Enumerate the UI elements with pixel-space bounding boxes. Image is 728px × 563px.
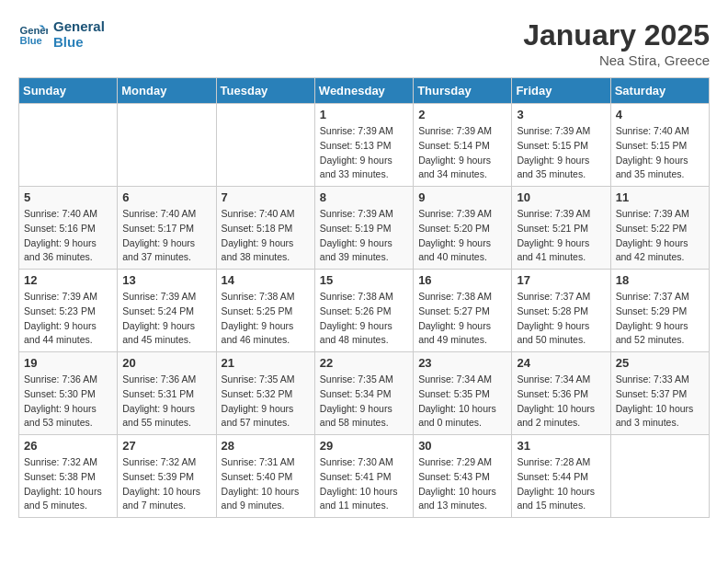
calendar-cell: 10Sunrise: 7:39 AMSunset: 5:21 PMDayligh… bbox=[512, 187, 610, 270]
day-number: 10 bbox=[517, 190, 605, 204]
day-number: 25 bbox=[616, 356, 704, 370]
day-number: 28 bbox=[222, 439, 310, 453]
day-number: 6 bbox=[122, 190, 210, 204]
day-info: Sunrise: 7:40 AMSunset: 5:17 PMDaylight:… bbox=[122, 207, 210, 265]
day-info: Sunrise: 7:39 AMSunset: 5:15 PMDaylight:… bbox=[517, 124, 605, 182]
day-info: Sunrise: 7:32 AMSunset: 5:39 PMDaylight:… bbox=[122, 455, 210, 513]
calendar-cell: 11Sunrise: 7:39 AMSunset: 5:22 PMDayligh… bbox=[610, 187, 709, 270]
day-info: Sunrise: 7:40 AMSunset: 5:15 PMDaylight:… bbox=[616, 124, 704, 182]
logo-line2: Blue bbox=[53, 34, 105, 50]
day-info: Sunrise: 7:40 AMSunset: 5:16 PMDaylight:… bbox=[24, 207, 112, 265]
calendar-cell: 5Sunrise: 7:40 AMSunset: 5:16 PMDaylight… bbox=[19, 187, 118, 270]
calendar-cell: 22Sunrise: 7:35 AMSunset: 5:34 PMDayligh… bbox=[314, 352, 413, 435]
day-info: Sunrise: 7:35 AMSunset: 5:32 PMDaylight:… bbox=[222, 373, 310, 431]
day-number: 7 bbox=[222, 190, 310, 204]
day-info: Sunrise: 7:39 AMSunset: 5:23 PMDaylight:… bbox=[24, 290, 112, 348]
col-header-tuesday: Tuesday bbox=[216, 78, 314, 104]
calendar-cell: 25Sunrise: 7:33 AMSunset: 5:37 PMDayligh… bbox=[610, 352, 709, 435]
day-number: 12 bbox=[24, 273, 112, 287]
calendar-cell: 18Sunrise: 7:37 AMSunset: 5:29 PMDayligh… bbox=[610, 270, 709, 352]
day-number: 31 bbox=[517, 439, 605, 453]
day-number: 29 bbox=[320, 439, 408, 453]
calendar-cell: 13Sunrise: 7:39 AMSunset: 5:24 PMDayligh… bbox=[118, 270, 216, 352]
day-number: 21 bbox=[222, 356, 310, 370]
day-info: Sunrise: 7:39 AMSunset: 5:20 PMDaylight:… bbox=[418, 207, 506, 265]
col-header-thursday: Thursday bbox=[414, 78, 512, 104]
calendar-cell: 28Sunrise: 7:31 AMSunset: 5:40 PMDayligh… bbox=[216, 435, 314, 518]
day-info: Sunrise: 7:32 AMSunset: 5:38 PMDaylight:… bbox=[24, 455, 112, 513]
day-number: 9 bbox=[418, 190, 506, 204]
day-number: 27 bbox=[122, 439, 210, 453]
logo: General Blue General Blue bbox=[18, 18, 105, 50]
day-number: 19 bbox=[24, 356, 112, 370]
day-info: Sunrise: 7:36 AMSunset: 5:30 PMDaylight:… bbox=[24, 373, 112, 431]
day-number: 8 bbox=[320, 190, 408, 204]
day-info: Sunrise: 7:37 AMSunset: 5:29 PMDaylight:… bbox=[616, 290, 704, 348]
calendar-cell bbox=[19, 104, 118, 187]
day-number: 3 bbox=[517, 108, 605, 121]
day-info: Sunrise: 7:38 AMSunset: 5:25 PMDaylight:… bbox=[222, 290, 310, 348]
calendar-cell: 3Sunrise: 7:39 AMSunset: 5:15 PMDaylight… bbox=[512, 104, 610, 187]
day-number: 23 bbox=[418, 356, 506, 370]
day-info: Sunrise: 7:33 AMSunset: 5:37 PMDaylight:… bbox=[616, 373, 704, 431]
day-number: 5 bbox=[24, 190, 112, 204]
header: General Blue General Blue January 2025 N… bbox=[18, 18, 710, 68]
day-number: 16 bbox=[418, 273, 506, 287]
calendar-cell: 24Sunrise: 7:34 AMSunset: 5:36 PMDayligh… bbox=[512, 352, 610, 435]
calendar-cell: 29Sunrise: 7:30 AMSunset: 5:41 PMDayligh… bbox=[314, 435, 413, 518]
day-number: 24 bbox=[517, 356, 605, 370]
title-area: January 2025 Nea Stira, Greece bbox=[523, 18, 710, 68]
day-number: 30 bbox=[418, 439, 506, 453]
calendar-cell: 1Sunrise: 7:39 AMSunset: 5:13 PMDaylight… bbox=[314, 104, 413, 187]
calendar-cell: 9Sunrise: 7:39 AMSunset: 5:20 PMDaylight… bbox=[414, 187, 512, 270]
col-header-monday: Monday bbox=[118, 78, 216, 104]
calendar-cell: 23Sunrise: 7:34 AMSunset: 5:35 PMDayligh… bbox=[414, 352, 512, 435]
calendar-header-row: SundayMondayTuesdayWednesdayThursdayFrid… bbox=[19, 78, 710, 104]
calendar-cell: 7Sunrise: 7:40 AMSunset: 5:18 PMDaylight… bbox=[216, 187, 314, 270]
week-row-3: 12Sunrise: 7:39 AMSunset: 5:23 PMDayligh… bbox=[19, 270, 710, 352]
week-row-1: 1Sunrise: 7:39 AMSunset: 5:13 PMDaylight… bbox=[19, 104, 710, 187]
day-info: Sunrise: 7:39 AMSunset: 5:19 PMDaylight:… bbox=[320, 207, 408, 265]
calendar-cell: 4Sunrise: 7:40 AMSunset: 5:15 PMDaylight… bbox=[610, 104, 709, 187]
col-header-friday: Friday bbox=[512, 78, 610, 104]
day-number: 13 bbox=[122, 273, 210, 287]
day-number: 4 bbox=[616, 108, 704, 121]
calendar-cell: 2Sunrise: 7:39 AMSunset: 5:14 PMDaylight… bbox=[414, 104, 512, 187]
logo-line1: General bbox=[53, 18, 105, 34]
calendar-cell: 6Sunrise: 7:40 AMSunset: 5:17 PMDaylight… bbox=[118, 187, 216, 270]
calendar-cell bbox=[118, 104, 216, 187]
day-info: Sunrise: 7:39 AMSunset: 5:13 PMDaylight:… bbox=[320, 124, 408, 182]
main-title: January 2025 bbox=[523, 18, 710, 52]
day-info: Sunrise: 7:39 AMSunset: 5:21 PMDaylight:… bbox=[517, 207, 605, 265]
day-info: Sunrise: 7:39 AMSunset: 5:24 PMDaylight:… bbox=[122, 290, 210, 348]
week-row-4: 19Sunrise: 7:36 AMSunset: 5:30 PMDayligh… bbox=[19, 352, 710, 435]
day-number: 20 bbox=[122, 356, 210, 370]
day-info: Sunrise: 7:35 AMSunset: 5:34 PMDaylight:… bbox=[320, 373, 408, 431]
svg-text:General: General bbox=[20, 25, 48, 36]
calendar-cell: 27Sunrise: 7:32 AMSunset: 5:39 PMDayligh… bbox=[118, 435, 216, 518]
svg-text:Blue: Blue bbox=[20, 35, 42, 46]
col-header-wednesday: Wednesday bbox=[314, 78, 413, 104]
calendar-cell: 8Sunrise: 7:39 AMSunset: 5:19 PMDaylight… bbox=[314, 187, 413, 270]
calendar-table: SundayMondayTuesdayWednesdayThursdayFrid… bbox=[18, 77, 710, 518]
day-info: Sunrise: 7:29 AMSunset: 5:43 PMDaylight:… bbox=[418, 455, 506, 513]
day-info: Sunrise: 7:30 AMSunset: 5:41 PMDaylight:… bbox=[320, 455, 408, 513]
day-number: 11 bbox=[616, 190, 704, 204]
day-info: Sunrise: 7:39 AMSunset: 5:22 PMDaylight:… bbox=[616, 207, 704, 265]
week-row-2: 5Sunrise: 7:40 AMSunset: 5:16 PMDaylight… bbox=[19, 187, 710, 270]
day-info: Sunrise: 7:34 AMSunset: 5:36 PMDaylight:… bbox=[517, 373, 605, 431]
day-info: Sunrise: 7:37 AMSunset: 5:28 PMDaylight:… bbox=[517, 290, 605, 348]
calendar-cell: 30Sunrise: 7:29 AMSunset: 5:43 PMDayligh… bbox=[414, 435, 512, 518]
day-info: Sunrise: 7:28 AMSunset: 5:44 PMDaylight:… bbox=[517, 455, 605, 513]
calendar-cell: 15Sunrise: 7:38 AMSunset: 5:26 PMDayligh… bbox=[314, 270, 413, 352]
day-info: Sunrise: 7:36 AMSunset: 5:31 PMDaylight:… bbox=[122, 373, 210, 431]
calendar-cell bbox=[610, 435, 709, 518]
calendar-cell: 14Sunrise: 7:38 AMSunset: 5:25 PMDayligh… bbox=[216, 270, 314, 352]
calendar-cell: 19Sunrise: 7:36 AMSunset: 5:30 PMDayligh… bbox=[19, 352, 118, 435]
calendar-cell: 21Sunrise: 7:35 AMSunset: 5:32 PMDayligh… bbox=[216, 352, 314, 435]
calendar-cell: 20Sunrise: 7:36 AMSunset: 5:31 PMDayligh… bbox=[118, 352, 216, 435]
logo-icon: General Blue bbox=[18, 19, 48, 49]
day-info: Sunrise: 7:38 AMSunset: 5:26 PMDaylight:… bbox=[320, 290, 408, 348]
calendar-cell: 31Sunrise: 7:28 AMSunset: 5:44 PMDayligh… bbox=[512, 435, 610, 518]
col-header-sunday: Sunday bbox=[19, 78, 118, 104]
